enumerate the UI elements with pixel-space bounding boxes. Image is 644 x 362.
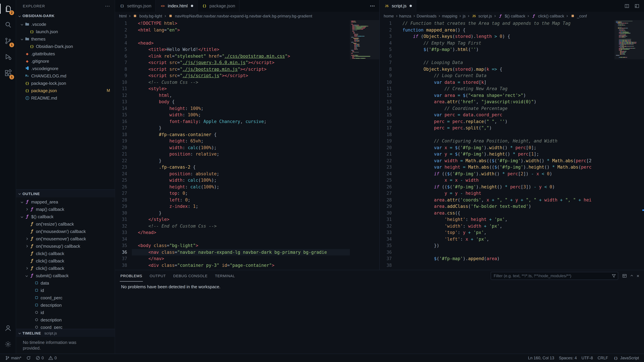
breadcrumb-item[interactable]: html <box>119 13 126 18</box>
eol[interactable]: CRLF <box>595 354 610 362</box>
sync-button[interactable] <box>24 354 33 362</box>
editor-tab[interactable]: {}package.json <box>198 0 240 12</box>
outline-item[interactable]: ƒ$() callback <box>16 213 115 220</box>
panel-tab-debug-console[interactable]: DEBUG CONSOLE <box>172 270 208 282</box>
tree-item[interactable]: {}launch.json <box>16 28 115 35</box>
code-line: area.addClass('fw-bolder text-muted') <box>402 203 614 210</box>
breadcrumb-item[interactable]: body.bg-light <box>132 13 162 18</box>
breadcrumb-item[interactable]: js <box>463 13 466 18</box>
vscode-window: 211 EXPLORER ⋯ OBSIDIAN-DARK .vscode{}la… <box>0 0 644 362</box>
outline-item[interactable]: ƒsubmit() callback <box>16 272 115 279</box>
encoding[interactable]: UTF-8 <box>579 354 595 362</box>
tree-item[interactable]: {}Obsidian-Dark.json <box>16 42 115 50</box>
code-line: var area = $("<area shape='rect'>") <box>402 92 614 98</box>
activity-run-debug[interactable] <box>0 49 16 65</box>
indentation[interactable]: Spaces: 4 <box>556 354 579 362</box>
breadcrumb-item[interactable]: JSscript.js <box>471 13 492 18</box>
item-label: click() callback <box>36 258 64 263</box>
language-mode[interactable]: {}JavaScript <box>610 354 641 362</box>
problems-filter-input[interactable] <box>491 272 618 280</box>
activity-source-control[interactable]: 1 <box>0 33 16 49</box>
breadcrumb-item[interactable]: nav#topNavBar.navbar.navbar-expand-lg.na… <box>168 13 312 18</box>
section-header-project[interactable]: OBSIDIAN-DARK <box>16 12 115 20</box>
chevron-down-icon <box>21 38 23 40</box>
more-actions-icon[interactable]: ⋯ <box>105 3 110 9</box>
code-line: height: 65vh; <box>138 138 350 144</box>
tree-item[interactable]: themes <box>16 35 115 42</box>
outline-item[interactable]: data <box>16 279 115 287</box>
outline-item[interactable]: ƒon('mousedown') callback <box>16 228 115 235</box>
minimap[interactable] <box>614 20 644 270</box>
outline-item[interactable]: ƒon('resize') callback <box>16 220 115 228</box>
minimap[interactable] <box>350 20 379 270</box>
tab-bar: JSscript.js <box>380 0 644 12</box>
breadcrumb-separator-icon <box>413 15 415 17</box>
code-editor[interactable]: 1234567891011121314151617181920212223242… <box>115 20 379 270</box>
editor-tab[interactable]: JSscript.js <box>380 0 416 12</box>
customize-layout-icon[interactable] <box>634 3 640 8</box>
tree-item[interactable]: ◆.gitattributes <box>16 50 115 57</box>
git-icon: ◆ <box>24 58 30 64</box>
tree-item[interactable]: M↓CHANGELOG.md <box>16 72 115 79</box>
breadcrumb-item[interactable]: _conf <box>570 13 587 18</box>
breadcrumb-item[interactable]: home <box>384 13 394 18</box>
activity-extensions[interactable]: 1 <box>0 65 16 81</box>
item-label: .gitignore <box>31 58 49 63</box>
more-actions-icon[interactable]: ⋯ <box>369 3 375 8</box>
error-count[interactable]: 0 <box>33 354 46 362</box>
activity-accounts[interactable] <box>0 320 16 336</box>
tree-item[interactable]: iREADME.md <box>16 94 115 102</box>
code-line <box>138 236 350 242</box>
outline-item[interactable]: coord_perc <box>16 294 115 301</box>
maximize-panel-icon[interactable] <box>631 275 632 277</box>
cursor-position[interactable]: Ln 160, Col 13 <box>526 354 556 362</box>
outline-item[interactable]: description <box>16 301 115 309</box>
tree-item[interactable]: {}package-lock.json <box>16 79 115 87</box>
code-line: <div class="container py-3" id="page-con… <box>138 262 350 269</box>
breadcrumb-item[interactable]: hamza <box>399 13 411 18</box>
panel-tab-problems[interactable]: PROBLEMS <box>120 270 143 282</box>
json-gray-icon: {} <box>119 3 125 8</box>
outline-item[interactable]: ƒon('mouseup') callback <box>16 242 115 250</box>
panel-tab-terminal[interactable]: TERMINAL <box>214 270 236 282</box>
editor-tab[interactable]: <>index.html <box>156 0 198 12</box>
tree-item[interactable]: ◆.gitignore <box>16 57 115 65</box>
activity-settings[interactable] <box>0 336 16 352</box>
field-icon <box>34 302 40 308</box>
tree-item[interactable]: .vscodeignore <box>16 65 115 72</box>
outline-item[interactable]: id <box>16 287 115 294</box>
activity-search[interactable] <box>0 17 16 33</box>
method-icon: ƒ <box>29 273 35 278</box>
activity-bar: 211 <box>0 0 16 354</box>
outline-item[interactable]: ƒclick() callback <box>16 265 115 272</box>
symbol-field-icon <box>132 13 138 18</box>
outline-item[interactable]: description <box>16 316 115 324</box>
outline-item[interactable]: ƒclick() callback <box>16 250 115 257</box>
outline-item[interactable]: ƒclick() callback <box>16 257 115 265</box>
view-as-table-icon[interactable] <box>622 274 627 278</box>
branch-indicator[interactable]: main* <box>3 354 24 362</box>
close-panel-icon[interactable]: × <box>636 273 639 279</box>
breadcrumb-item[interactable]: mapping <box>442 13 457 18</box>
editor-tab[interactable]: {}settings.json <box>115 0 156 12</box>
outline-item[interactable]: ƒmapped_area <box>16 198 115 205</box>
tree-item[interactable]: .vscode <box>16 20 115 28</box>
breadcrumb-item[interactable]: ƒ$() callback <box>498 13 526 18</box>
activity-explorer[interactable]: 2 <box>0 1 16 17</box>
code-line: 'width': width + 'px', <box>402 223 614 229</box>
warning-count[interactable]: 0 <box>46 354 59 362</box>
outline-item[interactable]: id <box>16 309 115 316</box>
code-line: <script src="./js/script.js"></script> <box>138 72 350 79</box>
outline-item[interactable]: coord_perc <box>16 324 115 329</box>
outline-item[interactable]: ƒon('mousemove') callback <box>16 235 115 242</box>
section-header-timeline[interactable]: TIMELINE script.js <box>16 329 115 337</box>
breadcrumb-item[interactable]: ƒclick() callback <box>531 13 564 18</box>
split-editor-icon[interactable] <box>624 3 630 8</box>
panel-tab-output[interactable]: OUTPUT <box>149 270 166 282</box>
code-editor[interactable]: 1234567891011121314151617181920212223242… <box>380 20 644 270</box>
outline-item[interactable]: ƒmap() callback <box>16 205 115 213</box>
breadcrumb-separator-icon <box>494 15 496 17</box>
tree-item[interactable]: {}package.jsonM <box>16 87 115 94</box>
section-header-outline[interactable]: OUTLINE <box>16 189 115 197</box>
breadcrumb-item[interactable]: Downloads <box>416 13 436 18</box>
